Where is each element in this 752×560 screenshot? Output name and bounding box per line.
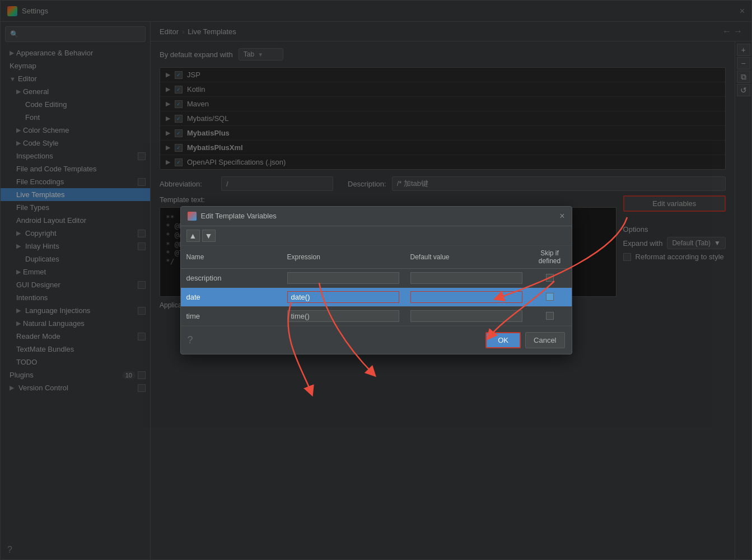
modal-toolbar: ▲ ▼ [181,226,572,246]
var-default[interactable] [405,306,528,325]
var-default[interactable] [405,268,528,287]
skip-checkbox[interactable] [546,312,554,320]
modal-title-bar: Edit Template Variables × [181,207,572,226]
expression-input[interactable] [287,291,399,303]
expression-input[interactable] [287,272,399,284]
table-row[interactable]: time [181,306,572,325]
table-header-row: Name Expression Default value Skip if de… [181,246,572,269]
var-expression[interactable] [282,268,405,287]
cancel-button[interactable]: Cancel [525,332,564,348]
modal-table-container: Name Expression Default value Skip if de… [181,246,572,326]
default-value-input[interactable] [410,272,522,284]
edit-template-variables-modal: Edit Template Variables × ▲ ▼ Name Expre… [180,206,572,354]
skip-checkbox[interactable] [546,293,554,301]
modal-move-down-button[interactable]: ▼ [202,230,216,242]
table-row[interactable]: date [181,287,572,306]
modal-table: Name Expression Default value Skip if de… [181,246,572,326]
var-expression[interactable] [282,287,405,306]
table-row[interactable]: description [181,268,572,287]
var-name: description [181,268,282,287]
var-name: date [181,287,282,306]
var-expression[interactable] [282,306,405,325]
col-default-value: Default value [405,246,528,269]
expression-input[interactable] [287,310,399,322]
default-value-input[interactable] [410,291,522,303]
modal-footer: ? OK Cancel [181,326,572,354]
col-expression: Expression [282,246,405,269]
modal-action-buttons: OK Cancel [485,332,564,348]
modal-backdrop: Edit Template Variables × ▲ ▼ Name Expre… [0,0,752,560]
var-skip [528,268,572,287]
var-skip [528,287,572,306]
col-name: Name [181,246,282,269]
var-default[interactable] [405,287,528,306]
default-value-input[interactable] [410,310,522,322]
modal-help-button[interactable]: ? [188,334,193,346]
col-skip-if-defined: Skip if defined [528,246,572,269]
modal-icon [188,212,197,221]
var-name: time [181,306,282,325]
modal-close-button[interactable]: × [559,211,564,221]
ok-button[interactable]: OK [485,332,521,348]
skip-checkbox[interactable] [546,274,554,282]
modal-title: Edit Template Variables [201,212,560,220]
modal-move-up-button[interactable]: ▲ [186,230,200,242]
var-skip [528,306,572,325]
